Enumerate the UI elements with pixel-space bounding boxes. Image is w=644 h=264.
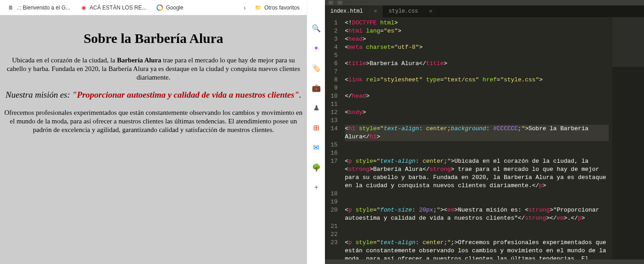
bookmark-label: ACÁ ESTÁN LOS RE... — [90, 5, 146, 11]
strong-text: Barbería Alura — [117, 57, 161, 64]
tag-icon[interactable]: 🏷️ — [312, 63, 321, 72]
chess-icon[interactable]: ♟ — [312, 103, 321, 112]
outlook-icon[interactable]: ✉ — [312, 143, 321, 152]
intro-paragraph: Ubicada en el corazón de la ciudad, la B… — [2, 56, 305, 81]
tab-label: style.css — [389, 8, 418, 14]
tab-label: index.html — [330, 8, 363, 14]
search-icon[interactable]: 🔍 — [312, 24, 321, 33]
tab-index-html[interactable]: index.html × — [325, 5, 383, 17]
browser-preview: 🗎 .:: Bienvenido a el G... ◉ ACÁ ESTÁN L… — [0, 0, 307, 264]
bookmark-item[interactable]: Google — [153, 2, 187, 13]
other-bookmarks-label: Otros favoritos — [264, 5, 300, 11]
code-area[interactable]: 1234567891011121314151617181920212223 <!… — [325, 17, 644, 259]
page-heading: Sobre la Barbería Alura — [2, 31, 305, 46]
editor-tabs: index.html × style.css × — [325, 5, 644, 17]
tab-style-css[interactable]: style.css × — [383, 5, 439, 17]
close-icon[interactable]: × — [374, 8, 377, 15]
google-icon — [156, 4, 163, 11]
add-icon[interactable]: ＋ — [312, 183, 321, 192]
bookmark-label: Google — [166, 5, 183, 11]
minimap[interactable] — [612, 17, 644, 259]
mission-quote: "Proporcionar autoestima y calidad de vi… — [72, 90, 299, 99]
toolbar-icon[interactable] — [338, 1, 342, 5]
mission-paragraph: Nuestra misión es: "Proporcionar autoest… — [2, 90, 305, 100]
status-bar — [325, 259, 644, 264]
editor-toolbar — [325, 0, 644, 5]
toolbar-icon[interactable] — [329, 1, 333, 5]
chevron-right-icon[interactable]: › — [241, 4, 248, 11]
bookmark-item[interactable]: ◉ ACÁ ESTÁN LOS RE... — [76, 2, 150, 13]
text: . — [299, 90, 301, 99]
site-icon: ◉ — [80, 4, 87, 11]
line-gutter: 1234567891011121314151617181920212223 — [325, 17, 341, 259]
code-editor: index.html × style.css × 123456789101112… — [325, 0, 644, 264]
bookmark-item[interactable]: 🗎 .:: Bienvenido a el G... — [4, 2, 74, 13]
page-content: Sobre la Barbería Alura Ubicada en el co… — [0, 15, 307, 264]
briefcase-icon[interactable]: 💼 — [312, 83, 321, 92]
folder-icon: 📁 — [255, 4, 262, 11]
code-content[interactable]: <!DOCTYPE html><html lang="es"><head><me… — [341, 17, 612, 259]
bookmark-label: .:: Bienvenido a el G... — [17, 5, 70, 11]
side-icon-strip: 🔍 ✦ 🏷️ 💼 ♟ ⊞ ✉ 🌳 ＋ — [307, 0, 325, 264]
bookmarks-bar: 🗎 .:: Bienvenido a el G... ◉ ACÁ ESTÁN L… — [0, 0, 307, 15]
close-icon[interactable]: × — [429, 8, 433, 15]
other-bookmarks[interactable]: 📁 Otros favoritos — [251, 2, 303, 13]
text: Nuestra misión es: — [5, 90, 72, 99]
sparkle-icon[interactable]: ✦ — [312, 43, 321, 52]
page-icon: 🗎 — [7, 4, 14, 11]
services-paragraph: Ofrecemos profesionales experimentados q… — [2, 108, 305, 134]
text: Ubicada en el corazón de la ciudad, la — [12, 57, 117, 64]
office-icon[interactable]: ⊞ — [312, 123, 321, 132]
tree-icon[interactable]: 🌳 — [312, 163, 321, 172]
